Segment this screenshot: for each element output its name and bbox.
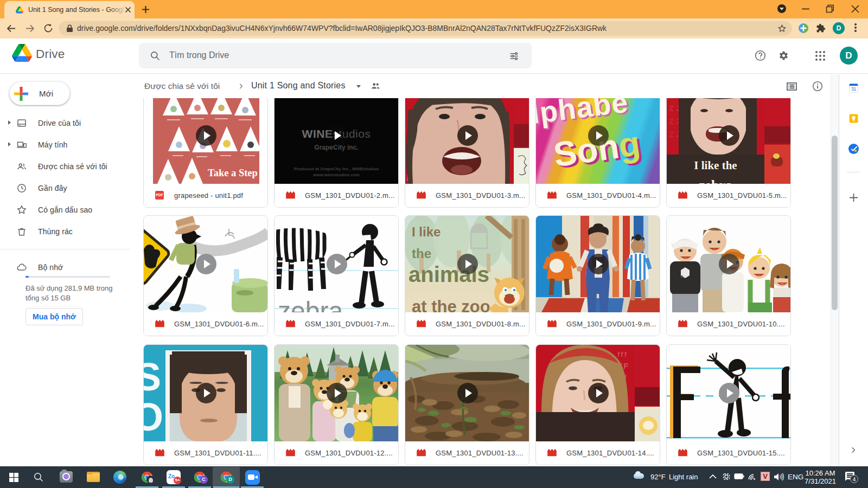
svg-text:zebra: zebra — [278, 297, 343, 312]
svg-text:31: 31 — [851, 86, 857, 92]
